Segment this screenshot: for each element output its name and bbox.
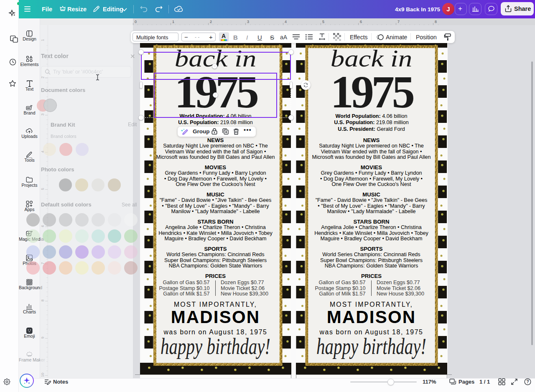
svg-text:?: ? — [526, 379, 529, 384]
